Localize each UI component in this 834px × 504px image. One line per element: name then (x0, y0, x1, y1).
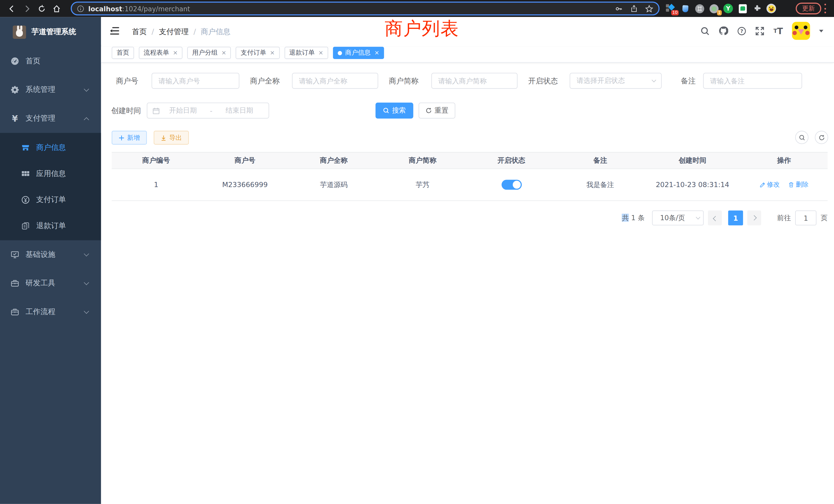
short-name-input[interactable] (431, 73, 518, 89)
bookmark-star-icon[interactable] (645, 5, 653, 13)
collapse-sidebar-icon[interactable] (110, 27, 119, 35)
github-icon[interactable] (719, 26, 728, 36)
prev-page-button[interactable] (708, 210, 722, 225)
tab-pay-order[interactable]: 支付订单× (236, 47, 280, 59)
calendar-icon (153, 107, 160, 114)
ext-puzzle-icon[interactable] (752, 4, 762, 13)
user-avatar[interactable] (792, 22, 810, 40)
goto-page-input[interactable] (795, 210, 816, 225)
fullscreen-icon[interactable] (755, 26, 764, 36)
col-full-name: 商户全称 (289, 153, 378, 168)
sidebar-item-home[interactable]: 首页 (0, 47, 101, 75)
next-page-button[interactable] (747, 210, 761, 225)
browser-home-icon[interactable] (49, 1, 64, 16)
chevron-down-icon (84, 309, 89, 314)
status-toggle[interactable] (501, 180, 522, 190)
refresh-table-button[interactable] (815, 131, 828, 144)
sidebar-item-label: 退款订单 (36, 221, 66, 230)
search-icon (798, 134, 805, 141)
breadcrumb-payment[interactable]: 支付管理 (159, 27, 189, 37)
ext-raindrop-icon[interactable]: 10 (666, 4, 675, 13)
yen-icon: ¥ (10, 114, 19, 123)
breadcrumb-current: 商户信息 (201, 27, 231, 37)
tab-refund-order[interactable]: 退款订单× (285, 47, 328, 59)
show-search-toggle-button[interactable] (795, 131, 809, 144)
screen: localhost:1024/pay/merchant 10 (0, 0, 834, 504)
extensions-row: 10 1 Y (666, 0, 776, 17)
ext-chat-icon[interactable] (738, 4, 747, 13)
export-button[interactable]: 导出 (154, 131, 189, 145)
status-select[interactable]: 请选择开启状态 (570, 73, 662, 89)
close-icon[interactable]: × (319, 50, 323, 56)
search-icon[interactable] (701, 26, 710, 36)
sidebar-item-merchant-info[interactable]: 商户信息 (0, 135, 101, 161)
remark-input[interactable] (703, 73, 802, 89)
ext-profile-icon[interactable]: 1 (709, 4, 719, 13)
create-time-range-picker[interactable]: 开始日期 - 结束日期 (147, 102, 269, 118)
help-icon[interactable]: ? (738, 26, 746, 36)
sidebar-item-workflow[interactable]: 工作流程 (0, 298, 101, 326)
sidebar-item-app-info[interactable]: 应用信息 (0, 161, 101, 187)
ext-emoji-avatar-icon[interactable] (766, 4, 776, 13)
pagination: 共 1 条 10条/页 1 前往 页 (622, 210, 828, 225)
edit-pencil-icon (760, 182, 765, 188)
close-icon[interactable]: × (173, 50, 178, 56)
sidebar-item-infra[interactable]: 基础设施 (0, 240, 101, 269)
edit-link[interactable]: 修改 (760, 180, 780, 189)
browser-forward-icon[interactable] (19, 1, 34, 16)
tab-merchant-info[interactable]: 商户信息× (333, 47, 384, 59)
browser-update-button[interactable]: 更新 (796, 3, 821, 14)
briefcase-icon (10, 308, 19, 316)
payment-submenu: 商户信息 应用信息 支付订单 退款订单 (0, 133, 101, 240)
browser-back-icon[interactable] (4, 1, 19, 16)
font-size-icon[interactable] (773, 26, 783, 36)
col-status: 开启状态 (467, 153, 556, 168)
browser-reload-icon[interactable] (34, 1, 49, 16)
close-icon[interactable]: × (270, 50, 275, 56)
tab-user-group[interactable]: 用户分组× (188, 47, 231, 59)
close-icon[interactable]: × (221, 50, 226, 56)
share-icon[interactable] (630, 5, 638, 13)
user-menu-caret-icon[interactable] (819, 29, 824, 32)
ext-command-icon[interactable] (695, 4, 704, 13)
cell-merchant-no: M233666999 (200, 181, 289, 189)
breadcrumb: 首页 / 支付管理 / 商户信息 (132, 27, 231, 37)
chevron-down-icon (84, 251, 89, 257)
sidebar-logo-row[interactable]: 芋道管理系统 (0, 17, 101, 47)
page-number-1[interactable]: 1 (728, 210, 743, 225)
topbar-icons: ? (701, 17, 824, 45)
reset-button[interactable]: 重置 (419, 102, 455, 118)
breadcrumb-home[interactable]: 首页 (132, 27, 147, 37)
tab-home[interactable]: 首页 (112, 47, 134, 59)
grid-icon (21, 169, 30, 178)
chevron-down-icon (696, 215, 701, 220)
close-icon[interactable]: × (374, 50, 379, 56)
sidebar-item-payment[interactable]: ¥ 支付管理 (0, 104, 101, 133)
sidebar-item-refund-order[interactable]: 退款订单 (0, 213, 101, 239)
site-info-icon[interactable] (77, 5, 84, 12)
filter-short-name-label: 商户简称 (389, 73, 419, 89)
browser-menu-icon[interactable] (824, 4, 826, 13)
full-name-input[interactable] (292, 73, 378, 89)
tab-process-form[interactable]: 流程表单× (139, 47, 182, 59)
tabs-bar: 首页 流程表单× 用户分组× 支付订单× 退款订单× 商户信息× (101, 47, 834, 63)
filter-create-time-label: 创建时间 (111, 102, 141, 118)
sidebar-item-system[interactable]: 系统管理 (0, 75, 101, 104)
address-bar[interactable]: localhost:1024/pay/merchant (71, 2, 660, 16)
search-button[interactable]: 搜索 (375, 102, 413, 118)
ext-gem-icon[interactable] (680, 4, 690, 13)
page-size-select[interactable]: 10条/页 (652, 210, 704, 225)
app-logo (13, 25, 26, 39)
add-button[interactable]: 新增 (112, 131, 147, 145)
ext-y-icon[interactable]: Y (723, 4, 733, 13)
goto-unit: 页 (821, 213, 828, 223)
main-content: 首页 / 支付管理 / 商户信息 ? (101, 17, 834, 504)
sidebar-item-devtools[interactable]: 研发工具 (0, 269, 101, 298)
merchant-no-input[interactable] (152, 73, 239, 89)
pagination-total: 共 1 条 (622, 213, 644, 223)
col-short-name: 商户简称 (378, 153, 467, 168)
search-icon (383, 107, 389, 114)
password-key-icon[interactable] (615, 5, 623, 13)
sidebar-item-pay-order[interactable]: 支付订单 (0, 187, 101, 213)
delete-link[interactable]: 删除 (788, 180, 809, 189)
